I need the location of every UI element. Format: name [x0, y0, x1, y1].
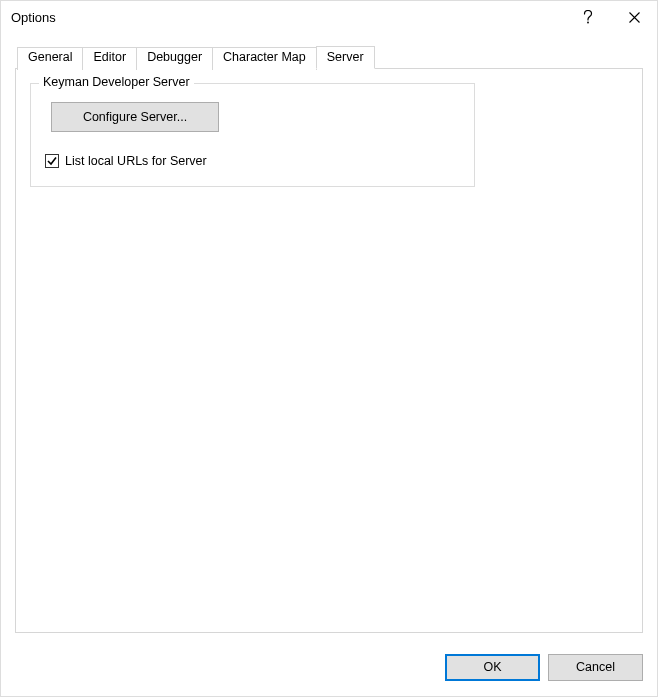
tab-server[interactable]: Server	[316, 46, 375, 69]
checkbox-input[interactable]	[45, 154, 59, 168]
tab-general[interactable]: General	[17, 47, 83, 70]
dialog-content: General Editor Debugger Character Map Se…	[1, 33, 657, 648]
dialog-footer: OK Cancel	[1, 648, 657, 696]
close-button[interactable]	[611, 1, 657, 33]
ok-button[interactable]: OK	[445, 654, 540, 681]
group-title: Keyman Developer Server	[39, 75, 194, 89]
titlebar: Options	[1, 1, 657, 33]
tab-editor[interactable]: Editor	[82, 47, 137, 70]
tab-debugger[interactable]: Debugger	[136, 47, 213, 70]
tab-character-map[interactable]: Character Map	[212, 47, 317, 70]
group-keyman-developer-server: Keyman Developer Server Configure Server…	[30, 83, 475, 187]
checkbox-list-local-urls[interactable]: List local URLs for Server	[45, 154, 460, 168]
cancel-button[interactable]: Cancel	[548, 654, 643, 681]
options-dialog: Options General Editor Debugger Characte…	[0, 0, 658, 697]
tabstrip: General Editor Debugger Character Map Se…	[17, 45, 643, 68]
tabs: General Editor Debugger Character Map Se…	[15, 45, 643, 633]
window-title: Options	[11, 10, 56, 25]
configure-server-button[interactable]: Configure Server...	[51, 102, 219, 132]
checkbox-label: List local URLs for Server	[65, 154, 207, 168]
svg-point-0	[587, 22, 589, 24]
tab-panel-server: Keyman Developer Server Configure Server…	[15, 68, 643, 633]
help-button[interactable]	[565, 1, 611, 33]
